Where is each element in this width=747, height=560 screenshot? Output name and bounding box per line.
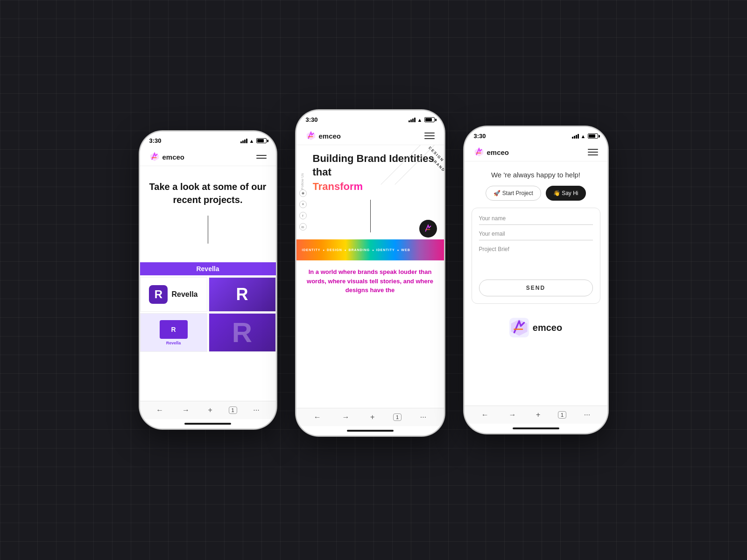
add-button-3[interactable]: +: [534, 410, 543, 420]
status-icons-3: ▲: [572, 133, 598, 139]
status-time-1: 3:30: [149, 137, 162, 144]
follow-us-label: Follow Us: [300, 173, 304, 189]
p3-action-buttons: 🚀 Start Project 👋 Say Hi: [465, 186, 607, 208]
more-button-3[interactable]: ···: [582, 410, 592, 420]
name-label: Your name: [479, 215, 593, 222]
home-bar-2: [347, 430, 394, 432]
hamburger-menu-2[interactable]: [424, 133, 435, 139]
logo-group-1: emceo: [149, 152, 185, 162]
revella-abstract-img: R: [209, 313, 276, 352]
status-bar-2: 3:30 ▲: [296, 111, 444, 127]
rainbow-dot-3: ●: [372, 249, 374, 252]
say-hi-button[interactable]: 👋 Say Hi: [546, 186, 586, 201]
p1-project-images: R Revella R R Revella R: [140, 277, 276, 352]
brief-field-group: Project Brief: [479, 246, 593, 269]
signal-icon-2: [409, 118, 416, 122]
revella-logo-img: R Revella: [140, 277, 207, 312]
rainbow-dot-2: ●: [345, 249, 346, 252]
rainbow-web: WEB: [401, 248, 410, 252]
revella-logo-large: R Revella: [144, 280, 202, 308]
fab-logo-icon: [423, 224, 433, 234]
name-field-group: Your name: [479, 215, 593, 225]
linkedin-icon[interactable]: in: [299, 223, 307, 231]
revella-text: Revella: [171, 290, 197, 299]
wifi-icon-3: ▲: [581, 133, 586, 139]
email-field-group: Your email: [479, 231, 593, 240]
home-indicator-3: [465, 424, 607, 433]
hamburger-menu-3[interactable]: [588, 149, 598, 155]
p1-project-label: Revella: [140, 262, 276, 275]
page-count-1[interactable]: 1: [229, 406, 237, 414]
add-button-1[interactable]: +: [206, 405, 215, 415]
instagram-icon[interactable]: ◉: [299, 189, 307, 197]
home-bar-1: [184, 423, 231, 425]
revella-r-icon: R: [149, 285, 168, 304]
battery-icon-1: [256, 138, 267, 143]
p3-happy-text: We 're always happy to help!: [465, 161, 607, 186]
footer-brand-text: emceo: [533, 322, 562, 333]
name-field-line: [479, 224, 593, 225]
rainbow-dot-1: ●: [323, 249, 324, 252]
status-time-2: 3:30: [306, 116, 318, 123]
add-button-2[interactable]: +: [368, 412, 377, 422]
phone-2: 3:30 ▲ emceo DESIGN BR: [296, 110, 445, 436]
logo-group-3: emceo: [474, 147, 509, 157]
forward-button-2[interactable]: →: [339, 412, 352, 422]
diagonal-labels: DESIGN BRANDING: [379, 145, 444, 201]
logo-text-1: emceo: [162, 153, 185, 161]
p3-footer: emceo: [465, 311, 607, 344]
start-project-button[interactable]: 🚀 Start Project: [486, 186, 541, 201]
home-bar-3: [513, 427, 559, 429]
p2-tagline: In a world where brands speak louder tha…: [296, 260, 444, 302]
home-indicator-1: [140, 419, 276, 428]
revella-r-img: R: [209, 277, 276, 312]
logo-icon-3: [474, 147, 484, 157]
forward-button-1[interactable]: →: [180, 405, 192, 415]
hamburger-menu-1[interactable]: [256, 155, 267, 159]
page-count-3[interactable]: 1: [558, 411, 566, 419]
more-button-2[interactable]: ···: [418, 412, 429, 422]
email-field-line: [479, 240, 593, 240]
status-icons-1: ▲: [240, 138, 267, 144]
mock-screen: R: [160, 320, 188, 339]
wifi-icon-2: ▲: [417, 117, 423, 123]
logo-text-2: emceo: [319, 132, 341, 140]
phone-3: 3:30 ▲ emceo We 're always happy to help: [464, 126, 608, 434]
twitter-icon[interactable]: ✕: [299, 201, 307, 208]
facebook-icon[interactable]: f: [299, 212, 307, 219]
rainbow-bar: IDENTITY ● DESIGN ● BRANDING ● IDENTITY …: [296, 239, 444, 260]
p1-hero-title: Take a look at some of our recent projec…: [149, 180, 267, 206]
send-button[interactable]: SEND: [479, 280, 593, 296]
status-bar-1: 3:30 ▲: [140, 132, 276, 148]
revella-mockup-img: R Revella: [140, 313, 207, 352]
p1-divider: [208, 216, 208, 244]
p2-divider: [370, 200, 371, 232]
nav-bar-2: emceo: [296, 127, 444, 145]
browser-bar-3[interactable]: ← → + 1 ···: [465, 406, 607, 424]
more-button-1[interactable]: ···: [251, 405, 261, 415]
revella-r-large: R: [209, 278, 275, 311]
nav-bar-3: emceo: [465, 143, 607, 161]
footer-logo-icon: [509, 318, 529, 337]
signal-icon-1: [240, 139, 247, 143]
back-button-2[interactable]: ←: [311, 412, 324, 422]
revella-sub: Revella: [166, 341, 181, 345]
back-button-1[interactable]: ←: [154, 405, 166, 415]
status-time-3: 3:30: [474, 133, 486, 140]
status-bar-3: 3:30 ▲: [465, 127, 607, 143]
rainbow-identity: IDENTITY: [302, 248, 321, 252]
p1-hero: Take a look at some of our recent projec…: [140, 166, 276, 262]
abstract-r: R: [232, 316, 252, 349]
browser-bar-1[interactable]: ← → + 1 ···: [140, 401, 276, 419]
wifi-icon-1: ▲: [249, 138, 254, 144]
logo-icon-2: [306, 131, 316, 141]
page-count-2[interactable]: 1: [393, 413, 402, 421]
rainbow-branding: BRANDING: [348, 248, 370, 252]
rainbow-design: DESIGN: [327, 248, 342, 252]
forward-button-3[interactable]: →: [506, 410, 518, 420]
battery-icon-3: [588, 133, 598, 139]
fab-button[interactable]: [419, 220, 437, 238]
signal-icon-3: [572, 134, 579, 139]
back-button-3[interactable]: ←: [479, 410, 491, 420]
browser-bar-2[interactable]: ← → + 1 ···: [296, 408, 444, 426]
